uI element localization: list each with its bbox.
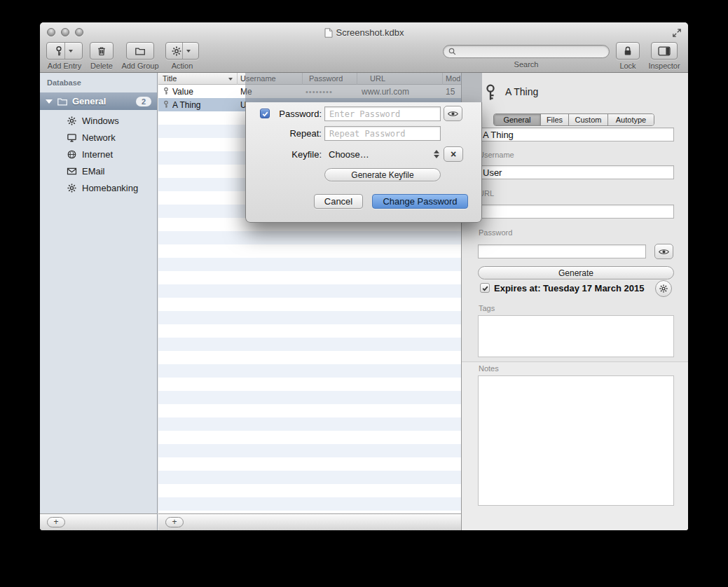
clear-keyfile-button[interactable]: ×: [444, 146, 463, 162]
add-entry-footer-button[interactable]: +: [165, 517, 184, 527]
sheet-shadow-overlay: [245, 73, 482, 102]
add-group-footer-button[interactable]: +: [47, 517, 65, 527]
key-icon: [481, 80, 500, 105]
sidebar-item-windows[interactable]: Windows: [40, 112, 157, 129]
document-icon: [324, 28, 333, 38]
password-input[interactable]: [324, 106, 441, 121]
username-label: Username: [479, 151, 514, 159]
checkmark-icon: [481, 284, 489, 292]
sheet-body: Password: Repeat: Keyfile: Choose… × Gen…: [245, 102, 482, 223]
search-input[interactable]: [443, 45, 610, 58]
toolbar-item-action: Action: [161, 42, 203, 70]
app-window: Screenshot.kdbx Add Entry Delete: [40, 22, 688, 530]
search-label: Search: [514, 60, 539, 69]
repeat-input[interactable]: [324, 126, 441, 141]
toolbar-item-delete: Delete: [82, 42, 121, 70]
lock-label: Lock: [619, 62, 636, 70]
delete-label: Delete: [90, 62, 113, 70]
key-icon: [162, 87, 170, 95]
inspector-panel: A Thing General Files Custom Autotype Us…: [461, 73, 688, 530]
inspector-panel-icon: [658, 46, 671, 56]
action-button[interactable]: [165, 42, 199, 60]
chevron-down-icon: [186, 50, 191, 53]
eye-icon: [658, 248, 670, 256]
expires-label: Expires at: Tuesday 17 March 2015: [494, 283, 644, 294]
keyfile-popup[interactable]: Choose…: [324, 146, 441, 162]
sort-arrow-icon: [228, 78, 233, 81]
title-field[interactable]: [478, 127, 674, 141]
titlebar-toolbar: Screenshot.kdbx Add Entry Delete: [40, 22, 688, 73]
entry-title: A Thing: [505, 86, 538, 97]
window-title: Screenshot.kdbx: [40, 27, 688, 38]
toolbar-item-add-group: Add Group: [117, 42, 163, 70]
sidebar-item-network[interactable]: Network: [40, 129, 157, 146]
keyfile-label: Keyfile:: [246, 149, 322, 160]
eye-icon: [447, 110, 459, 118]
keyfile-value: Choose…: [329, 149, 369, 160]
toolbar-item-inspector: Inspector: [645, 42, 683, 70]
cell-title: A Thing: [172, 100, 234, 110]
gear-icon: [659, 284, 668, 294]
password-label: Password: [479, 228, 512, 237]
column-divider[interactable]: [237, 73, 238, 85]
globe-icon: [67, 149, 77, 160]
generate-keyfile-button[interactable]: Generate Keyfile: [324, 168, 441, 181]
stepper-icon: [434, 150, 439, 158]
sidebar-group-general[interactable]: General 2: [40, 92, 157, 110]
password-field[interactable]: [478, 244, 646, 258]
gear-icon: [67, 116, 77, 126]
group-count-badge: 2: [136, 97, 151, 106]
lock-icon: [622, 46, 633, 57]
fullscreen-icon[interactable]: [672, 28, 682, 38]
tab-files[interactable]: Files: [540, 114, 568, 125]
reveal-password-button[interactable]: [444, 106, 462, 121]
sidebar-item-internet[interactable]: Internet: [40, 146, 157, 163]
column-header-title[interactable]: Title: [163, 74, 177, 83]
inspector-button[interactable]: [651, 42, 678, 60]
notes-label: Notes: [479, 364, 499, 373]
add-entry-label: Add Entry: [48, 62, 81, 70]
close-x-icon: ×: [451, 149, 456, 160]
change-password-button[interactable]: Change Password: [372, 194, 468, 209]
button-divider: [182, 43, 183, 59]
gear-icon: [171, 46, 182, 57]
url-field[interactable]: [478, 205, 674, 219]
sidebar-item-label: EMail: [82, 166, 105, 177]
tags-label: Tags: [479, 304, 495, 312]
window-title-text: Screenshot.kdbx: [336, 27, 404, 38]
screen: Screenshot.kdbx Add Entry Delete: [0, 0, 728, 587]
disclosure-triangle-icon[interactable]: [46, 99, 53, 104]
password-label: Password:: [246, 109, 322, 119]
tab-autotype[interactable]: Autotype: [607, 114, 654, 125]
add-entry-button[interactable]: [46, 42, 83, 60]
lock-button[interactable]: [616, 42, 640, 60]
monitor-icon: [67, 132, 77, 143]
entry-list-footer: +: [158, 513, 461, 530]
trash-icon: [96, 46, 107, 57]
tab-general[interactable]: General: [494, 114, 540, 125]
chevron-down-icon: [69, 50, 73, 53]
username-field[interactable]: [478, 165, 674, 179]
sidebar-item-email[interactable]: EMail: [40, 163, 157, 179]
expires-checkbox[interactable]: [480, 283, 490, 293]
cell-title: Value: [172, 87, 234, 97]
notes-field[interactable]: [478, 375, 674, 506]
add-group-label: Add Group: [121, 62, 158, 70]
generate-button[interactable]: Generate: [478, 266, 674, 279]
folder-icon: [57, 96, 68, 107]
gear-icon: [67, 183, 77, 193]
tags-field[interactable]: [478, 315, 674, 357]
sidebar-item-homebanking[interactable]: Homebanking: [40, 179, 157, 196]
sidebar-header: Database: [47, 78, 81, 87]
reveal-password-button[interactable]: [654, 244, 673, 259]
tab-custom[interactable]: Custom: [568, 114, 607, 125]
expiry-options-button[interactable]: [655, 280, 672, 297]
key-icon: [162, 100, 170, 109]
add-group-button[interactable]: [126, 42, 154, 60]
search-icon: [448, 47, 457, 56]
cancel-button[interactable]: Cancel: [314, 194, 363, 209]
button-divider: [64, 43, 65, 59]
delete-button[interactable]: [90, 42, 114, 60]
toolbar-item-lock: Lock: [612, 42, 644, 70]
sidebar-item-label: Windows: [82, 116, 119, 126]
